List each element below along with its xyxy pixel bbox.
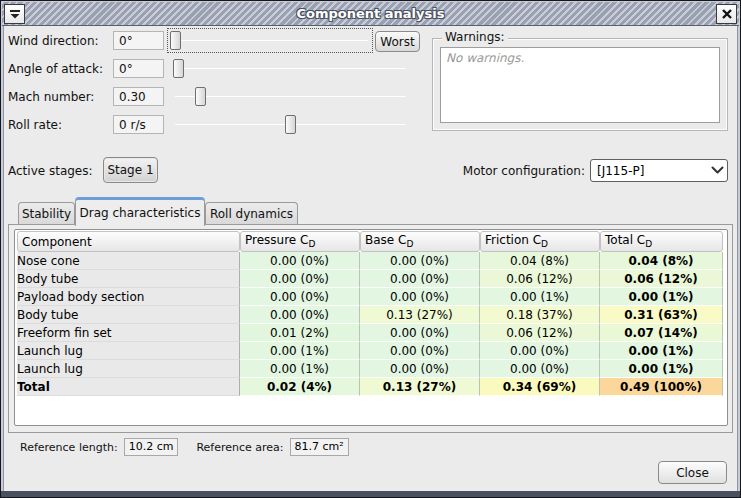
- control-label-1: Angle of attack:: [8, 62, 103, 76]
- stage-1-toggle-button[interactable]: Stage 1: [103, 157, 158, 183]
- table-header-row: ComponentPressure CDBase CDFriction CDTo…: [17, 231, 723, 252]
- worst-button[interactable]: Worst: [375, 31, 420, 52]
- drag-table: ComponentPressure CDBase CDFriction CDTo…: [17, 231, 723, 396]
- warnings-title: Warnings:: [442, 30, 508, 44]
- active-stages-label: Active stages:: [8, 164, 93, 178]
- table-row[interactable]: Freeform fin set0.01 (2%)0.00 (0%)0.06 (…: [17, 324, 723, 342]
- value-cell: 0.49 (100%): [600, 378, 723, 396]
- window-close-button[interactable]: [716, 4, 737, 24]
- value-cell: 0.00 (1%): [600, 360, 723, 378]
- reference-area-label: Reference area:: [196, 441, 283, 454]
- column-header-2[interactable]: Base CD: [360, 231, 480, 252]
- value-cell: 0.00 (1%): [240, 342, 360, 360]
- value-cell: 0.00 (0%): [480, 360, 600, 378]
- component-cell: Body tube: [17, 306, 240, 324]
- value-cell: 0.00 (0%): [240, 252, 360, 270]
- value-cell: 0.01 (2%): [240, 324, 360, 342]
- value-cell: 0.04 (8%): [480, 252, 600, 270]
- value-cell: 0.00 (0%): [240, 270, 360, 288]
- table-row[interactable]: Nose cone0.00 (0%)0.00 (0%)0.04 (8%)0.04…: [17, 252, 723, 270]
- value-cell: 0.31 (63%): [600, 306, 723, 324]
- warnings-list: No warnings.: [440, 47, 720, 123]
- table-row[interactable]: Total0.02 (4%)0.13 (27%)0.34 (69%)0.49 (…: [17, 378, 723, 396]
- chevron-down-icon: [707, 166, 727, 175]
- control-slider-2[interactable]: [173, 87, 408, 106]
- reference-length-value: 10.2 cm: [124, 438, 179, 456]
- slider-track: [172, 40, 368, 41]
- control-value-input-1[interactable]: [113, 59, 164, 78]
- value-cell: 0.34 (69%): [480, 378, 600, 396]
- close-icon: [721, 8, 733, 20]
- window-menu-button[interactable]: [4, 4, 25, 24]
- table-row[interactable]: Launch lug0.00 (1%)0.00 (0%)0.00 (0%)0.0…: [17, 360, 723, 378]
- control-slider-3[interactable]: [173, 115, 408, 134]
- value-cell: 0.18 (37%): [480, 306, 600, 324]
- value-cell: 0.00 (0%): [240, 306, 360, 324]
- column-header-4[interactable]: Total CD: [600, 231, 723, 252]
- motor-configuration-value: [J115-P]: [591, 164, 707, 178]
- component-cell: Nose cone: [17, 252, 240, 270]
- component-cell: Payload body section: [17, 288, 240, 306]
- column-header-3[interactable]: Friction CD: [480, 231, 600, 252]
- warnings-group: Warnings: No warnings.: [432, 30, 728, 131]
- tab-stability[interactable]: Stability: [18, 202, 75, 225]
- window-title: Component analysis: [2, 6, 739, 21]
- slider-thumb[interactable]: [170, 31, 181, 50]
- slider-thumb[interactable]: [195, 87, 206, 106]
- reference-info-row: Reference length: 10.2 cm Reference area…: [20, 438, 349, 456]
- control-slider-0[interactable]: [170, 31, 370, 50]
- tab-drag-characteristics[interactable]: Drag characteristics: [75, 197, 205, 226]
- tab-roll-dynamics[interactable]: Roll dynamics: [205, 202, 298, 225]
- value-cell: 0.06 (12%): [480, 270, 600, 288]
- drag-tab-panel: ComponentPressure CDBase CDFriction CDTo…: [8, 224, 733, 433]
- value-cell: 0.00 (0%): [360, 360, 480, 378]
- reference-length-label: Reference length:: [20, 441, 118, 454]
- control-label-3: Roll rate:: [8, 118, 62, 132]
- value-cell: 0.07 (14%): [600, 324, 723, 342]
- value-cell: 0.06 (12%): [480, 324, 600, 342]
- motor-configuration-label: Motor configuration:: [440, 164, 585, 178]
- value-cell: 0.00 (1%): [480, 288, 600, 306]
- value-cell: 0.00 (1%): [600, 288, 723, 306]
- value-cell: 0.13 (27%): [360, 306, 480, 324]
- slider-thumb[interactable]: [285, 115, 296, 134]
- control-slider-1[interactable]: [173, 59, 408, 78]
- value-cell: 0.00 (0%): [360, 252, 480, 270]
- column-header-0[interactable]: Component: [17, 231, 240, 252]
- value-cell: 0.00 (0%): [360, 270, 480, 288]
- value-cell: 0.00 (0%): [360, 288, 480, 306]
- column-header-1[interactable]: Pressure CD: [240, 231, 360, 252]
- slider-track: [175, 68, 406, 69]
- component-cell: Launch lug: [17, 342, 240, 360]
- value-cell: 0.06 (12%): [600, 270, 723, 288]
- value-cell: 0.00 (0%): [360, 324, 480, 342]
- table-row[interactable]: Payload body section0.00 (0%)0.00 (0%)0.…: [17, 288, 723, 306]
- value-cell: 0.02 (4%): [240, 378, 360, 396]
- control-label-0: Wind direction:: [8, 34, 99, 48]
- component-cell: Freeform fin set: [17, 324, 240, 342]
- component-cell: Total: [17, 378, 240, 396]
- motor-configuration-select[interactable]: [J115-P]: [590, 159, 728, 182]
- titlebar: Component analysis: [2, 2, 739, 26]
- component-cell: Launch lug: [17, 360, 240, 378]
- slider-thumb[interactable]: [173, 59, 184, 78]
- value-cell: 0.00 (0%): [240, 288, 360, 306]
- window-menu-icon: [9, 8, 21, 20]
- value-cell: 0.00 (0%): [360, 342, 480, 360]
- table-row[interactable]: Launch lug0.00 (1%)0.00 (0%)0.00 (0%)0.0…: [17, 342, 723, 360]
- component-cell: Body tube: [17, 270, 240, 288]
- close-button[interactable]: Close: [658, 461, 727, 484]
- control-value-input-0[interactable]: [113, 31, 164, 50]
- component-analysis-window: Component analysis Wind direction:WorstA…: [0, 0, 741, 498]
- reference-area-value: 81.7 cm²: [290, 438, 349, 456]
- value-cell: 0.04 (8%): [600, 252, 723, 270]
- table-scrollpane[interactable]: ComponentPressure CDBase CDFriction CDTo…: [14, 229, 728, 426]
- control-value-input-3[interactable]: [113, 115, 164, 134]
- value-cell: 0.00 (0%): [480, 342, 600, 360]
- control-value-input-2[interactable]: [113, 87, 164, 106]
- table-row[interactable]: Body tube0.00 (0%)0.13 (27%)0.18 (37%)0.…: [17, 306, 723, 324]
- value-cell: 0.13 (27%): [360, 378, 480, 396]
- value-cell: 0.00 (1%): [240, 360, 360, 378]
- table-row[interactable]: Body tube0.00 (0%)0.00 (0%)0.06 (12%)0.0…: [17, 270, 723, 288]
- value-cell: 0.00 (1%): [600, 342, 723, 360]
